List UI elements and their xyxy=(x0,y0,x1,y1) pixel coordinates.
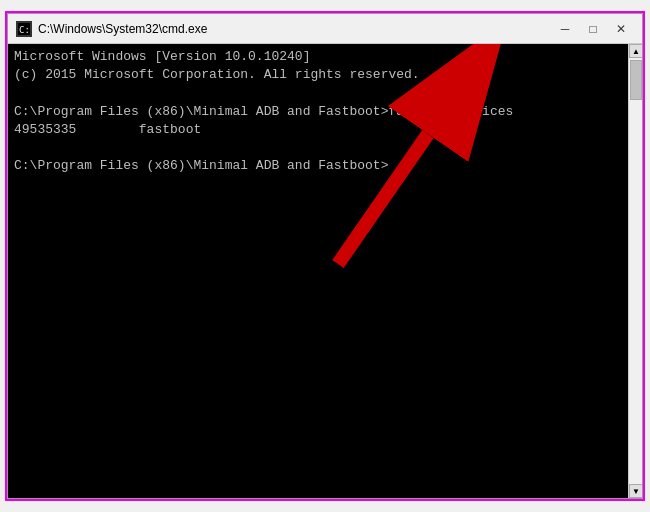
terminal-line: C:\Program Files (x86)\Minimal ADB and F… xyxy=(14,103,622,121)
window-title: C:\Windows\System32\cmd.exe xyxy=(38,22,207,36)
terminal-line: 49535335 fastboot xyxy=(14,121,622,139)
terminal-line xyxy=(14,84,622,102)
scroll-up-button[interactable]: ▲ xyxy=(629,44,642,58)
scroll-down-button[interactable]: ▼ xyxy=(629,484,642,498)
scrollbar[interactable]: ▲ ▼ xyxy=(628,44,642,498)
terminal-line: (c) 2015 Microsoft Corporation. All righ… xyxy=(14,66,622,84)
cmd-icon: C: xyxy=(16,21,32,37)
terminal-line: C:\Program Files (x86)\Minimal ADB and F… xyxy=(14,157,622,175)
title-bar-left: C: C:\Windows\System32\cmd.exe xyxy=(16,21,207,37)
close-button[interactable]: ✕ xyxy=(608,19,634,39)
window-controls: ─ □ ✕ xyxy=(552,19,634,39)
terminal-line xyxy=(14,139,622,157)
svg-text:C:: C: xyxy=(19,25,30,35)
maximize-button[interactable]: □ xyxy=(580,19,606,39)
cmd-window: C: C:\Windows\System32\cmd.exe ─ □ ✕ Mic… xyxy=(7,13,643,499)
terminal-line: Microsoft Windows [Version 10.0.10240] xyxy=(14,48,622,66)
terminal-output[interactable]: Microsoft Windows [Version 10.0.10240](c… xyxy=(8,44,628,498)
outer-border-frame: C: C:\Windows\System32\cmd.exe ─ □ ✕ Mic… xyxy=(5,11,645,501)
terminal-container: Microsoft Windows [Version 10.0.10240](c… xyxy=(8,44,642,498)
minimize-button[interactable]: ─ xyxy=(552,19,578,39)
title-bar: C: C:\Windows\System32\cmd.exe ─ □ ✕ xyxy=(8,14,642,44)
scrollbar-track xyxy=(629,58,642,484)
scrollbar-thumb[interactable] xyxy=(630,60,642,100)
